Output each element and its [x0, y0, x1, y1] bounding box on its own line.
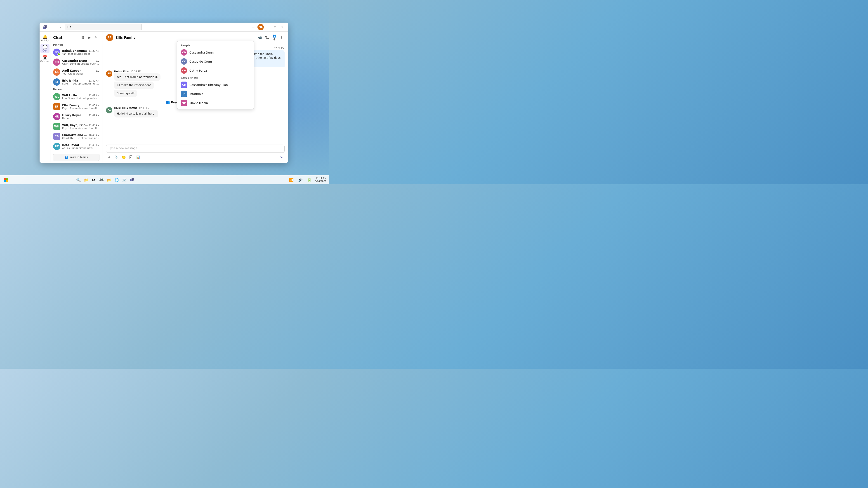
- window-actions: … ME — □ ✕: [250, 24, 285, 30]
- taskbar: 🔍 📁 🗂 🎮 📂 🌐 🛒 T 📶 🔊 🔋 11:11 AM 6/24/2021: [0, 175, 329, 184]
- sidebar-icons: 🔔 Activity 💬 Chat 📅 Calendar: [39, 32, 51, 163]
- sidebar-item-calendar[interactable]: 📅 Calendar: [40, 54, 50, 64]
- sidebar-item-activity[interactable]: 🔔 Activity: [40, 33, 50, 43]
- dropdown-group-informals[interactable]: IN Informals: [177, 89, 254, 98]
- people-button[interactable]: 👥 4: [271, 34, 277, 41]
- sidebar-item-chat[interactable]: 💬 Chat: [40, 44, 50, 53]
- chat-item-info: Will, Kayo, Eric, +511:00 AM Kayo: The r…: [62, 124, 99, 130]
- chat-item-info: Eric Ishida11:40 AM Sure, I'll set up so…: [62, 79, 99, 85]
- calendar-icon: 📅: [42, 56, 48, 60]
- video-button[interactable]: ▶: [86, 34, 93, 41]
- user-avatar[interactable]: ME: [257, 24, 264, 30]
- list-item[interactable]: CD Cassandra Dunn6/2 Ok I'll send an upd…: [51, 57, 102, 67]
- minimize-button[interactable]: —: [265, 24, 271, 30]
- new-chat-button[interactable]: ✎: [93, 34, 99, 41]
- svg-rect-3: [4, 178, 6, 180]
- list-item[interactable]: HR Hilary Reyes11:02 AM Haha!: [51, 111, 102, 122]
- chat-header-info: Ellis Family: [116, 36, 254, 39]
- clock-time: 11:11 AM: [315, 177, 327, 180]
- video-call-button[interactable]: 📹: [256, 34, 263, 41]
- svg-text:T: T: [131, 179, 132, 181]
- close-button[interactable]: ✕: [279, 24, 285, 30]
- xbox-button[interactable]: 🎮: [98, 176, 105, 184]
- invite-to-teams-button[interactable]: 👥 Invite to Teams: [53, 154, 99, 161]
- avatar: EI: [53, 78, 60, 86]
- search-input[interactable]: [67, 25, 139, 29]
- files-button[interactable]: 📁: [83, 176, 90, 184]
- search-dropdown: People CD Cassandra Dunn CC Casey de Cru…: [177, 41, 254, 109]
- chat-item-info: Babak Shammas11:32 AM Yah, that sounds g…: [62, 49, 99, 55]
- list-item[interactable]: CB Charlotte and Babak10:48 AM Charlotte…: [51, 131, 102, 141]
- svg-rect-5: [4, 180, 6, 182]
- group-chats-section-label: Group chats: [177, 75, 254, 80]
- start-button[interactable]: [3, 177, 9, 183]
- taskbar-right: 📶 🔊 🔋 11:11 AM 6/24/2021: [288, 176, 327, 184]
- message-input-box: Type a new message: [106, 144, 285, 153]
- dropdown-group-cassandras-birthday[interactable]: CB Cassandra's Birthday Plan: [177, 80, 254, 89]
- pinned-label: Pinned: [51, 42, 102, 47]
- list-item[interactable]: BS Babak Shammas11:32 AM Yah, that sound…: [51, 47, 102, 57]
- list-item[interactable]: RT Reta Taylor11:40 AM Ah, ok I understa…: [51, 141, 102, 151]
- chat-item-info: Cassandra Dunn6/2 Ok I'll send an update…: [62, 59, 99, 65]
- volume-icon: 🔊: [297, 176, 304, 184]
- chat-list: BS Babak Shammas11:32 AM Yah, that sound…: [51, 47, 102, 152]
- emoji-button[interactable]: 🙂: [121, 154, 127, 160]
- chat-panel-title: Chat: [53, 35, 63, 40]
- dropdown-group-movie-mania[interactable]: MM Movie Mania: [177, 98, 254, 107]
- widgets-button[interactable]: 🗂: [90, 176, 97, 184]
- avatar: MM: [181, 100, 187, 106]
- avatar: EF: [53, 103, 60, 110]
- dropdown-person-casey-de-crum[interactable]: CC Casey de Crum: [177, 57, 254, 66]
- message-toolbar: A 📎 🙂 🃏 📊 ➤: [106, 154, 285, 160]
- avatar: CP: [181, 67, 187, 74]
- edge-button[interactable]: 🌐: [113, 176, 121, 184]
- list-item[interactable]: WK Will, Kayo, Eric, +511:00 AM Kayo: Th…: [51, 122, 102, 131]
- message-bubble: Sound good?: [114, 90, 137, 97]
- svg-rect-6: [6, 180, 8, 182]
- dropdown-person-cassandra-dunn[interactable]: CD Cassandra Dunn: [177, 48, 254, 57]
- send-button[interactable]: ➤: [278, 154, 285, 160]
- recent-label: Recent: [51, 87, 102, 92]
- list-item[interactable]: JV Joshua VanBuren10:29 AM Thanks for re…: [51, 151, 102, 152]
- format-button[interactable]: A: [106, 154, 112, 160]
- svg-text:T: T: [43, 26, 45, 29]
- chat-item-info: Hilary Reyes11:02 AM Haha!: [62, 113, 99, 120]
- group-name: Informals: [189, 92, 203, 96]
- attach-button[interactable]: 📎: [113, 154, 120, 160]
- audio-call-button[interactable]: 📞: [264, 34, 270, 41]
- avatar: CD: [181, 49, 187, 56]
- svg-rect-4: [6, 178, 8, 180]
- store-button[interactable]: 🛒: [121, 176, 128, 184]
- more-options-button[interactable]: …: [250, 24, 256, 30]
- chat-header-tools: 📹 📞 👥 4 ⋮: [256, 34, 285, 41]
- back-button[interactable]: ←: [50, 24, 56, 30]
- search-taskbar-button[interactable]: 🔍: [75, 176, 82, 184]
- list-item[interactable]: WL Will Little11:42 AM I don't see that …: [51, 92, 102, 102]
- taskbar-icons: 🔍 📁 🗂 🎮 📂 🌐 🛒 T: [75, 176, 136, 184]
- forward-button[interactable]: →: [57, 24, 63, 30]
- chart-button[interactable]: 📊: [135, 154, 141, 160]
- maximize-button[interactable]: □: [272, 24, 278, 30]
- title-bar: T ← → … ME — □ ✕: [39, 23, 288, 32]
- dropdown-person-cathy-perez[interactable]: CP Cathy Perez: [177, 66, 254, 75]
- list-item[interactable]: EF Ellis Family11:00 AM Kayo: The review…: [51, 102, 102, 111]
- network-icon: 📶: [288, 176, 295, 184]
- avatar: CB: [181, 82, 187, 88]
- sticker-button[interactable]: 🃏: [128, 154, 134, 160]
- search-bar[interactable]: [65, 24, 142, 30]
- message-content: Robin Ellis 12:32 PM Yes! That would be …: [114, 70, 160, 98]
- explorer-button[interactable]: 📂: [105, 176, 113, 184]
- list-item[interactable]: AK Aadi Kapoor6/2 You: Great work!: [51, 67, 102, 77]
- chat-panel-actions: ☷ ▶ ✎: [80, 34, 99, 41]
- avatar: WK: [53, 123, 60, 130]
- main-chat: People CD Cassandra Dunn CC Casey de Cru…: [102, 32, 288, 163]
- more-button[interactable]: ⋮: [278, 34, 285, 41]
- chat-item-info: Will Little11:42 AM I don't see that bei…: [62, 94, 99, 100]
- chat-item-info: Reta Taylor11:40 AM Ah, ok I understand …: [62, 143, 99, 150]
- list-item[interactable]: EI Eric Ishida11:40 AM Sure, I'll set up…: [51, 77, 102, 87]
- avatar: BS: [53, 48, 60, 56]
- teams-taskbar-button[interactable]: T: [129, 176, 136, 184]
- filter-button[interactable]: ☷: [80, 34, 86, 41]
- avatar: CA: [106, 107, 112, 113]
- avatar: CC: [181, 58, 187, 65]
